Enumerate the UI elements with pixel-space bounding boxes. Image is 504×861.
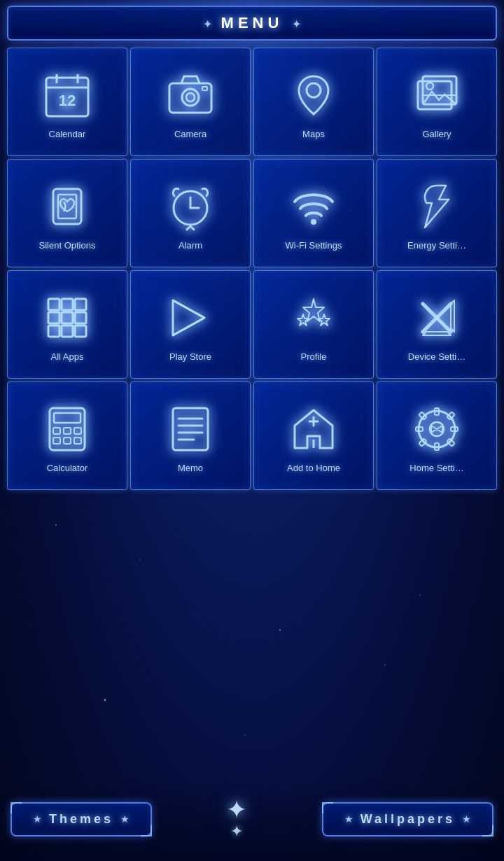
svg-rect-5 xyxy=(169,83,211,113)
svg-point-7 xyxy=(186,93,195,102)
svg-rect-40 xyxy=(54,413,80,423)
sparkle-large-icon: ✦ xyxy=(226,797,247,822)
app-label-energy: Energy Setti… xyxy=(407,240,466,251)
app-cell-energy[interactable]: Energy Setti… xyxy=(377,159,497,267)
camera-icon xyxy=(162,67,218,123)
maps-icon xyxy=(286,67,342,123)
app-cell-allapps[interactable]: All Apps xyxy=(7,270,127,379)
svg-rect-24 xyxy=(75,299,86,310)
svg-rect-41 xyxy=(53,428,60,434)
svg-marker-35 xyxy=(298,314,309,326)
svg-point-13 xyxy=(426,83,433,90)
svg-rect-26 xyxy=(62,312,73,323)
svg-line-33 xyxy=(173,318,204,335)
svg-marker-36 xyxy=(318,314,330,326)
themes-button[interactable]: ★ Themes ★ xyxy=(10,802,152,836)
devicesettings-icon xyxy=(409,290,465,346)
app-label-profile: Profile xyxy=(301,351,327,362)
themes-star-right: ★ xyxy=(120,813,130,825)
apps-grid: 12 Calendar Camera xyxy=(7,48,497,490)
wallpapers-button[interactable]: ★ Wallpapers ★ xyxy=(322,802,493,836)
svg-rect-42 xyxy=(64,428,71,434)
svg-line-32 xyxy=(173,300,204,318)
allapps-icon xyxy=(39,290,95,346)
svg-rect-25 xyxy=(48,312,59,323)
svg-rect-62 xyxy=(419,412,426,419)
playstore-icon xyxy=(162,290,218,346)
themes-star-left: ★ xyxy=(33,813,42,825)
app-cell-silent[interactable]: Silent Options xyxy=(7,159,127,267)
svg-point-6 xyxy=(182,89,199,106)
themes-label: Themes xyxy=(49,812,113,827)
app-cell-memo[interactable]: Memo xyxy=(130,382,251,490)
svg-rect-63 xyxy=(447,438,454,446)
homesettings-icon xyxy=(409,401,465,457)
app-cell-calendar[interactable]: 12 Calendar xyxy=(7,48,127,156)
wallpapers-label: Wallpapers xyxy=(360,812,455,827)
gallery-icon xyxy=(409,67,465,123)
menu-title: MENU xyxy=(221,14,284,31)
svg-rect-27 xyxy=(75,312,86,323)
alarm-icon xyxy=(162,178,218,234)
app-cell-maps[interactable]: Maps xyxy=(253,48,374,156)
svg-rect-64 xyxy=(419,438,426,446)
app-cell-devicesettings[interactable]: Device Setti… xyxy=(377,270,497,379)
calculator-icon xyxy=(39,401,95,457)
svg-rect-43 xyxy=(74,428,81,434)
star-right-icon: ✦ xyxy=(292,18,301,30)
app-label-calculator: Calculator xyxy=(47,463,88,473)
app-cell-alarm[interactable]: Alarm xyxy=(130,159,251,267)
center-sparkle: ✦ ✦ xyxy=(226,797,247,841)
app-label-memo: Memo xyxy=(178,463,203,473)
app-label-addtohome: Add to Home xyxy=(287,463,340,473)
app-cell-gallery[interactable]: Gallery xyxy=(377,48,497,156)
svg-rect-28 xyxy=(48,326,59,337)
app-cell-profile[interactable]: Profile xyxy=(253,270,374,379)
profile-icon xyxy=(286,290,342,346)
app-cell-homesettings[interactable]: Home Setti… xyxy=(377,382,497,490)
svg-point-9 xyxy=(307,83,321,97)
app-label-silent: Silent Options xyxy=(39,240,96,251)
energy-icon xyxy=(409,178,465,234)
svg-rect-30 xyxy=(75,326,86,337)
app-label-wifi: Wi-Fi Settings xyxy=(286,240,342,251)
app-cell-camera[interactable]: Camera xyxy=(130,48,251,156)
memo-icon xyxy=(162,401,218,457)
app-label-calendar: Calendar xyxy=(49,129,86,139)
svg-rect-44 xyxy=(53,438,60,444)
svg-rect-45 xyxy=(64,438,71,444)
svg-rect-61 xyxy=(447,412,454,419)
svg-line-20 xyxy=(190,226,194,230)
app-cell-addtohome[interactable]: Add to Home xyxy=(253,382,374,490)
silent-icon xyxy=(39,178,95,234)
svg-rect-47 xyxy=(173,408,208,450)
svg-marker-31 xyxy=(173,300,204,335)
app-label-camera: Camera xyxy=(174,129,206,139)
svg-rect-29 xyxy=(62,326,73,337)
svg-point-21 xyxy=(311,219,316,225)
svg-text:12: 12 xyxy=(59,92,76,109)
bottom-bar: ★ Themes ★ ✦ ✦ ★ Wallpapers ★ xyxy=(0,777,504,861)
menu-header: ✦ MENU ✦ xyxy=(7,6,497,41)
app-label-playstore: Play Store xyxy=(169,351,211,362)
sparkle-small-icon: ✦ xyxy=(230,822,243,841)
calendar-icon: 12 xyxy=(39,67,95,123)
app-label-gallery: Gallery xyxy=(422,129,451,139)
star-left-icon: ✦ xyxy=(203,18,212,30)
app-label-devicesettings: Device Setti… xyxy=(408,351,465,362)
app-label-homesettings: Home Setti… xyxy=(410,463,463,473)
svg-rect-46 xyxy=(74,438,81,444)
wallpapers-star-left: ★ xyxy=(344,813,354,825)
wifi-icon xyxy=(286,178,342,234)
app-cell-playstore[interactable]: Play Store xyxy=(130,270,251,379)
app-label-allapps: All Apps xyxy=(51,351,84,362)
app-cell-wifi[interactable]: Wi-Fi Settings xyxy=(253,159,374,267)
svg-rect-22 xyxy=(48,299,59,310)
app-label-maps: Maps xyxy=(302,129,325,139)
svg-rect-8 xyxy=(202,87,207,90)
app-label-alarm: Alarm xyxy=(178,240,202,251)
wallpapers-star-right: ★ xyxy=(462,813,471,825)
addtohome-icon xyxy=(286,401,342,457)
svg-rect-23 xyxy=(62,299,73,310)
app-cell-calculator[interactable]: Calculator xyxy=(7,382,127,490)
